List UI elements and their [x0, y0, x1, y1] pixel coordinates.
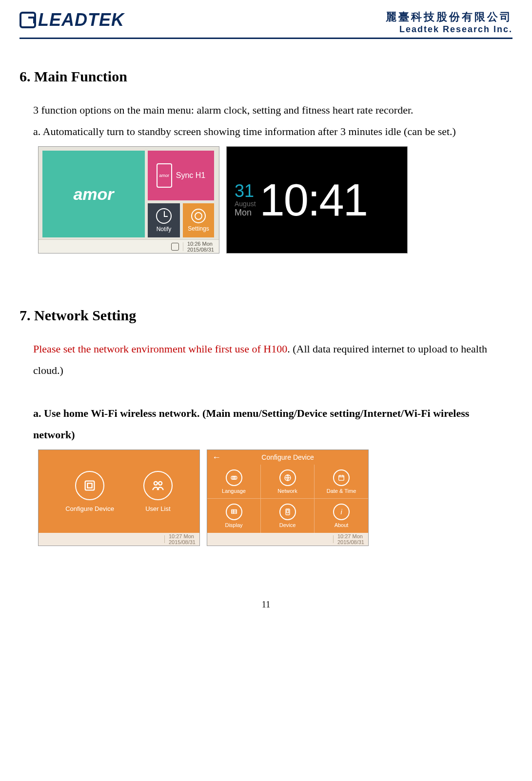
userlist-label: User List [145, 505, 170, 512]
svg-point-3 [158, 481, 162, 485]
cell-label: Display [225, 522, 242, 528]
tile-sync[interactable]: amor Sync H1 [148, 151, 214, 200]
notify-label: Notify [157, 226, 172, 233]
charging-icon [171, 243, 179, 251]
back-button[interactable]: ← [212, 452, 221, 463]
svg-rect-9 [231, 509, 236, 513]
company-block: 麗臺科技股份有限公司 Leadtek Research Inc. [386, 10, 512, 35]
tile-notify[interactable]: Notify [148, 203, 180, 237]
phone-icon: amor [157, 163, 172, 188]
brand-logo: LEADTEK [20, 10, 124, 30]
svg-rect-8 [339, 475, 344, 480]
tile-amor[interactable]: amor [42, 151, 145, 237]
section7-warning: Please set the network environment while… [33, 343, 287, 355]
status-date: 2015/08/31 [187, 247, 214, 253]
brand-mark-icon [20, 12, 36, 28]
info-icon: i [333, 504, 350, 520]
section7-warning-text: Please set the network environment while… [33, 343, 287, 355]
page-number: 11 [20, 600, 512, 610]
statusbar: 10:26 Mon 2015/08/31 [39, 239, 219, 253]
page-header: LEADTEK 麗臺科技股份有限公司 Leadtek Research Inc. [20, 10, 512, 39]
cell-language[interactable]: Language [207, 465, 261, 499]
language-icon [226, 469, 242, 486]
status-date: 2015/08/31 [337, 539, 364, 545]
brand-name: LEADTEK [38, 10, 124, 30]
cell-label: Date & Time [327, 488, 356, 494]
svg-point-2 [154, 481, 158, 485]
svg-rect-11 [287, 510, 289, 513]
cell-network[interactable]: Network [261, 465, 315, 499]
cell-display[interactable]: Display [207, 499, 261, 533]
phone-icon-label: amor [159, 173, 170, 178]
svg-rect-0 [85, 481, 95, 490]
company-name-cn: 麗臺科技股份有限公司 [386, 10, 512, 24]
display-icon [226, 504, 242, 520]
standby-month: August [235, 200, 256, 208]
option-user-list[interactable]: User List [143, 471, 173, 512]
cell-label: Language [222, 488, 246, 494]
section7-heading: 7. Network Setting [20, 307, 512, 324]
standby-time: 10:41 [260, 175, 367, 226]
cell-about[interactable]: i About [315, 499, 368, 533]
date-block: 31 August Mon [235, 182, 256, 218]
option-configure-device[interactable]: Configure Device [65, 471, 114, 512]
device-icon [279, 504, 296, 520]
cell-device[interactable]: Device [261, 499, 315, 533]
status-time: 10:27 Mon [169, 533, 194, 539]
section6-heading: 6. Main Function [20, 68, 512, 85]
configure-label: Configure Device [65, 505, 114, 512]
configure-device-icon [75, 471, 104, 500]
screenshot-configure-device: ← Configure Device Language Network [207, 449, 369, 546]
clock-icon [156, 208, 172, 224]
screenshot-settings-menu: Configure Device User List 10:27 Mon 201… [38, 449, 200, 546]
settings-label: Settings [188, 225, 209, 232]
section7-item-a: a. Use home Wi-Fi wireless network. (Mai… [33, 407, 469, 441]
cell-label: Device [279, 522, 296, 528]
standby-day: 31 [235, 182, 256, 200]
statusbar: 10:27 Mon 2015/08/31 [39, 533, 199, 546]
titlebar: ← Configure Device [207, 450, 368, 465]
section7-body: Please set the network environment while… [33, 338, 512, 446]
screen-title: Configure Device [261, 453, 314, 461]
tile-settings[interactable]: Settings [183, 203, 214, 237]
sync-label: Sync H1 [176, 171, 205, 180]
status-date: 2015/08/31 [169, 539, 196, 545]
section6-intro: 3 function options on the main menu: ala… [33, 104, 414, 116]
cell-label: About [335, 522, 349, 528]
statusbar: 10:27 Mon 2015/08/31 [207, 533, 368, 546]
status-time: 10:27 Mon [337, 533, 363, 539]
calendar-icon [333, 469, 350, 486]
screenshot-standby-clock: 31 August Mon 10:41 [226, 146, 408, 254]
screenshot-main-menu: amor amor Sync H1 Notify Settings 10:26 … [38, 146, 219, 254]
gear-icon [191, 209, 206, 223]
standby-dow: Mon [235, 208, 256, 218]
amor-logo-text: amor [73, 185, 114, 204]
cell-datetime[interactable]: Date & Time [315, 465, 368, 499]
section6-item-a: a. Automatically turn to standby screen … [33, 125, 456, 137]
user-list-icon [143, 471, 173, 500]
network-icon [279, 469, 296, 486]
svg-rect-1 [87, 483, 92, 488]
section6-body: 3 function options on the main menu: ala… [33, 99, 512, 142]
status-time: 10:26 Mon [187, 241, 213, 247]
company-name-en: Leadtek Research Inc. [386, 24, 512, 35]
cell-label: Network [277, 488, 297, 494]
